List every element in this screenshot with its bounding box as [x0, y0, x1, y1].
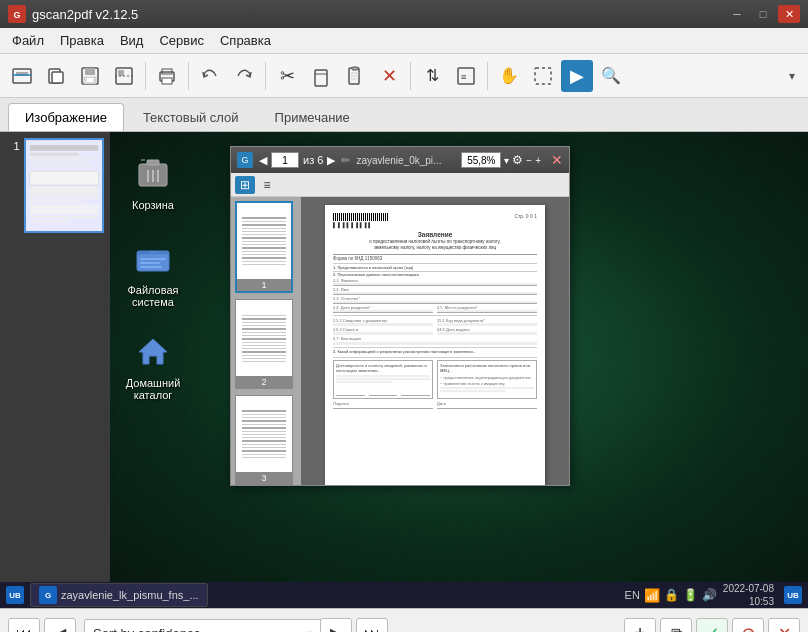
svg-rect-33	[30, 171, 98, 185]
cut-button[interactable]: ✂	[271, 60, 303, 92]
thumb-image[interactable]	[24, 138, 104, 233]
print-button[interactable]	[151, 60, 183, 92]
zoom-plus[interactable]: +	[535, 155, 541, 166]
doc-page-input[interactable]	[271, 152, 299, 168]
delete-item-button[interactable]: ✕	[768, 618, 800, 633]
doc-viewer-app-icon: G	[237, 152, 253, 168]
select-area-button[interactable]	[527, 60, 559, 92]
svg-rect-29	[30, 153, 79, 156]
svg-marker-50	[139, 339, 167, 364]
doc-thumb-1-preview	[237, 203, 291, 279]
network-icon: 📶	[644, 588, 660, 603]
doc-nav-prev[interactable]: ◀	[259, 154, 267, 167]
zoom-button[interactable]: 🔍	[595, 60, 627, 92]
zoom-dropdown-icon[interactable]: ▾	[504, 155, 509, 166]
app-logo: G	[8, 5, 26, 23]
taskbar-end-icon: UB	[784, 586, 802, 604]
svg-text:≡: ≡	[461, 72, 467, 82]
doc-main-page[interactable]: ▌ ▌ ▌▌ ▌ ▌▌ ▌▌ Стр. 0 0 1 Заявление о пр…	[301, 197, 569, 485]
taskbar-gscan-icon: G	[39, 586, 57, 604]
doc-viewer-toolbar: ⊞ ≡	[231, 173, 569, 197]
save-button[interactable]	[74, 60, 106, 92]
doc-thumb-2-preview	[236, 300, 292, 376]
dv-grid-view[interactable]: ⊞	[235, 176, 255, 194]
doc-viewer-close[interactable]: ✕	[551, 152, 563, 168]
tab-note[interactable]: Примечание	[258, 103, 367, 131]
doc-thumb-3[interactable]: 3	[235, 395, 293, 485]
play-button[interactable]: ▶	[561, 60, 593, 92]
svg-rect-12	[118, 70, 124, 76]
menu-view[interactable]: Вид	[112, 31, 152, 50]
menubar: Файл Правка Вид Сервис Справка	[0, 28, 808, 54]
scan-button[interactable]	[6, 60, 38, 92]
battery-icon: 🔋	[683, 588, 698, 602]
menu-help[interactable]: Справка	[212, 31, 279, 50]
select-button[interactable]	[108, 60, 140, 92]
sort-button[interactable]: ⇅	[416, 60, 448, 92]
toolbar-more-button[interactable]: ▾	[782, 60, 802, 92]
desktop-icon-home[interactable]: Домашний каталог	[118, 330, 188, 401]
redo-button[interactable]	[228, 60, 260, 92]
tab-image[interactable]: Изображение	[8, 103, 124, 131]
doc-zoom-controls: ▾ ⚙ − +	[461, 152, 541, 168]
ocr-button[interactable]: ≡	[450, 60, 482, 92]
taskbar: UB G zayavlenie_lk_pismu_fns_... EN 📶 🔒 …	[0, 582, 808, 608]
doc-page-content: ▌ ▌ ▌▌ ▌ ▌▌ ▌▌ Стр. 0 0 1 Заявление о пр…	[325, 205, 545, 485]
doc-thumb-1[interactable]: 1	[235, 201, 293, 293]
svg-rect-34	[30, 187, 98, 195]
filesystem-icon-label: Файловая система	[118, 284, 188, 308]
svg-rect-31	[30, 162, 89, 164]
svg-rect-36	[30, 201, 84, 203]
zoom-settings-icon[interactable]: ⚙	[512, 153, 523, 167]
volume-icon: 🔊	[702, 588, 717, 602]
dv-list-view[interactable]: ≡	[257, 176, 277, 194]
page-thumbnail-1[interactable]: 1	[6, 138, 104, 233]
desktop-icon-trash[interactable]: Корзина	[118, 152, 188, 211]
rotate-button[interactable]	[305, 60, 337, 92]
thumb-preview	[26, 140, 102, 231]
prev-page-button[interactable]: ◀	[44, 618, 76, 633]
maximize-button[interactable]: □	[752, 5, 774, 23]
undo-button[interactable]	[194, 60, 226, 92]
zoom-minus[interactable]: −	[526, 155, 532, 166]
trash-icon-label: Корзина	[132, 199, 174, 211]
duplicate-button[interactable]: ⧉	[660, 618, 692, 633]
bottom-bar: ⏮ ◀ Sort by confidence Sort by page Sort…	[0, 608, 808, 632]
sort-select[interactable]: Sort by confidence Sort by page Sort by …	[84, 619, 330, 633]
svg-rect-28	[30, 145, 98, 151]
doc-viewer-content: 1	[231, 197, 569, 485]
doc-thumb-2[interactable]: 2	[235, 299, 293, 389]
zoom-input[interactable]	[461, 152, 501, 168]
clock-date: 2022-07-08	[723, 582, 774, 595]
svg-rect-26	[535, 68, 551, 84]
menu-edit[interactable]: Правка	[52, 31, 112, 50]
approve-button[interactable]: ✓	[696, 618, 728, 633]
doc-nav-next[interactable]: ▶	[327, 154, 335, 167]
doc-thumb-2-lines	[242, 313, 286, 364]
tab-text-layer[interactable]: Текстовый слой	[126, 103, 256, 131]
add-button[interactable]: +	[624, 618, 656, 633]
doc-edit-icon[interactable]: ✏	[341, 154, 350, 167]
svg-rect-16	[162, 78, 172, 84]
paste-button[interactable]	[339, 60, 371, 92]
menu-service[interactable]: Сервис	[151, 31, 212, 50]
toolbar-sep-3	[265, 62, 266, 90]
filesystem-icon	[131, 237, 175, 281]
next-page-button[interactable]: ▶	[320, 618, 352, 633]
taskbar-app-button[interactable]: G zayavlenie_lk_pismu_fns_...	[30, 583, 208, 607]
doc-thumb-1-num: 1	[237, 279, 291, 291]
ban-button[interactable]: ⊘	[732, 618, 764, 633]
copy-page-button[interactable]	[40, 60, 72, 92]
desktop-icon-filesystem[interactable]: Файловая система	[118, 237, 188, 308]
svg-rect-39	[30, 220, 69, 222]
menu-file[interactable]: Файл	[4, 31, 52, 50]
doc-page-thumbnails: 1	[231, 197, 301, 485]
delete-button[interactable]: ✕	[373, 60, 405, 92]
app-title: gscan2pdf v2.12.5	[32, 7, 138, 22]
doc-page-total: из 6	[303, 154, 323, 166]
last-page-button[interactable]: ⏭	[356, 618, 388, 633]
first-page-button[interactable]: ⏮	[8, 618, 40, 633]
minimize-button[interactable]: ─	[726, 5, 748, 23]
hand-button[interactable]: ✋	[493, 60, 525, 92]
close-button[interactable]: ✕	[778, 5, 800, 23]
